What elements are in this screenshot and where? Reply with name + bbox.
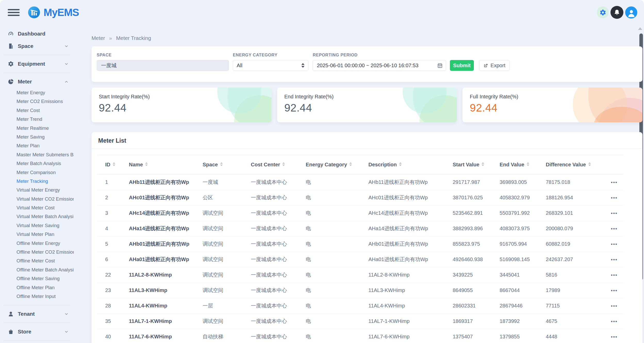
- row-actions-button[interactable]: •••: [611, 319, 618, 324]
- row-actions-button[interactable]: •••: [611, 195, 618, 200]
- column-sort-id[interactable]: ID: [105, 162, 115, 167]
- sidebar-subitem[interactable]: Meter Batch Analysis: [0, 159, 74, 168]
- cell-name: AHc14进线柜正向有功Wp: [129, 205, 203, 221]
- cell-energy-category: 电: [306, 329, 368, 343]
- stat-value: 92.44: [99, 102, 271, 114]
- cell-space: 调试空间: [203, 221, 251, 236]
- sidebar-item[interactable]: Dashboard: [0, 28, 74, 40]
- brand-logo[interactable]: MyEMS: [28, 6, 79, 19]
- column-sort-description[interactable]: Description: [368, 162, 402, 167]
- cell-id: 3: [97, 205, 129, 221]
- row-actions-button[interactable]: •••: [611, 303, 618, 308]
- sidebar-subitem[interactable]: Meter Saving: [0, 133, 74, 141]
- sidebar-item[interactable]: Tenant: [0, 308, 74, 320]
- cell-description: AHc14进线柜正向有功Wp: [368, 205, 453, 221]
- cell-description: AHc01进线柜正向有功Wp: [368, 190, 453, 205]
- cell-cost-center: 一度城成本中心: [251, 175, 306, 190]
- cell-end-value: 916705.994: [500, 236, 546, 252]
- cell-energy-category: 电: [306, 205, 368, 221]
- sidebar-subitem[interactable]: Meter Trend: [0, 115, 74, 124]
- sidebar-subitem[interactable]: Meter Plan: [0, 141, 74, 150]
- submit-button[interactable]: Submit: [450, 60, 474, 71]
- sidebar-subitem[interactable]: Meter CO2 Emissions: [0, 97, 74, 106]
- sidebar-item[interactable]: Meter: [0, 75, 74, 88]
- sidebar-subitem[interactable]: Virtual Meter Energy: [0, 186, 74, 194]
- column-sort-space[interactable]: Space: [203, 162, 223, 167]
- sidebar-subitem[interactable]: Offline Meter Cost: [0, 256, 74, 265]
- sidebar-subitem[interactable]: Offline Meter Batch Analysis: [0, 265, 74, 274]
- column-sort-start-value[interactable]: Start Value: [453, 162, 484, 167]
- cell-name: 11AL3-KWHimp: [129, 283, 203, 298]
- sidebar-subitem[interactable]: Meter Cost: [0, 106, 74, 115]
- sidebar-item[interactable]: Equipment: [0, 58, 74, 70]
- sidebar-subitem[interactable]: Virtual Meter Cost: [0, 203, 74, 212]
- cell-energy-category: 电: [306, 175, 368, 190]
- cell-name: AHa01进线柜正向有功Wp: [129, 252, 203, 267]
- sidebar-item[interactable]: Space: [0, 40, 74, 52]
- row-actions-button[interactable]: •••: [611, 226, 618, 231]
- sidebar-subitem[interactable]: Meter Realtime: [0, 124, 74, 133]
- gear-icon: [8, 61, 14, 67]
- row-actions-button[interactable]: •••: [611, 257, 618, 262]
- cell-difference-value: 60882.019: [546, 236, 605, 252]
- sidebar-item-label: Space: [18, 43, 33, 49]
- sidebar-subitem[interactable]: Virtual Meter Plan: [0, 230, 74, 239]
- row-actions-button[interactable]: •••: [611, 288, 618, 293]
- cell-energy-category: 电: [306, 267, 368, 283]
- sidebar-subitem[interactable]: Offline Meter Input: [0, 292, 74, 301]
- cell-description: 11AL7-1-KWHimp: [368, 314, 453, 329]
- chevron-down-icon: [64, 62, 69, 66]
- sidebar-subitem-active[interactable]: Meter Tracking: [0, 177, 74, 186]
- user-avatar[interactable]: [625, 6, 637, 19]
- export-button[interactable]: Export: [479, 60, 510, 71]
- sidebar-subitem[interactable]: Virtual Meter CO2 Emissions: [0, 195, 74, 203]
- cell-space: 公区: [203, 190, 251, 205]
- column-sort-energy-category[interactable]: Energy Category: [306, 162, 352, 167]
- sidebar-subitem[interactable]: Offline Meter Plan: [0, 283, 74, 292]
- cell-cost-center: 一度城成本中心: [251, 221, 306, 236]
- column-sort-cost-center[interactable]: Cost Center: [251, 162, 285, 167]
- energy-category-select[interactable]: All: [233, 60, 308, 71]
- row-actions-button[interactable]: •••: [611, 272, 618, 278]
- cell-cost-center: 一度城成本中心: [251, 205, 306, 221]
- energy-category-label: ENERGY CATEGORY: [233, 53, 308, 57]
- stat-label: End Integrity Rate(%): [284, 94, 457, 100]
- app-window: MyEMS Dashboard Space Eq: [0, 0, 644, 343]
- gauge-icon: [8, 31, 14, 37]
- sidebar-subitem[interactable]: Offline Meter Energy: [0, 239, 74, 248]
- space-input[interactable]: 一度城: [97, 60, 229, 71]
- column-sort-difference-value[interactable]: Difference Value: [546, 162, 591, 167]
- sidebar-divider: [4, 55, 70, 55]
- sidebar-subitem[interactable]: Virtual Meter Batch Analysis: [0, 212, 74, 221]
- sidebar-subitem[interactable]: Meter Energy: [0, 88, 74, 97]
- sidebar-subitem[interactable]: Offline Meter CO2 Emissions: [0, 248, 74, 256]
- breadcrumb-meter-tracking[interactable]: Meter Tracking: [116, 35, 151, 41]
- row-actions-button[interactable]: •••: [611, 241, 618, 247]
- calendar-icon[interactable]: [437, 63, 443, 68]
- settings-gear-icon[interactable]: [597, 6, 609, 18]
- reporting-period-input[interactable]: 2025-06-01 00:00:00 ~ 2025-06-10 16:07:5…: [313, 60, 446, 71]
- breadcrumb-meter[interactable]: Meter: [92, 35, 105, 41]
- cell-id: 4: [97, 221, 129, 236]
- hamburger-menu-icon[interactable]: [8, 7, 20, 18]
- cell-cost-center: 一度城成本中心: [251, 298, 306, 314]
- cell-description: 11AL2-8-KWHimp: [368, 267, 453, 283]
- cell-id: 35: [97, 314, 129, 329]
- column-sort-name[interactable]: Name: [129, 162, 148, 167]
- cell-cost-center: 一度城成本中心: [251, 329, 306, 343]
- sidebar-subitem[interactable]: Virtual Meter Saving: [0, 221, 74, 230]
- sidebar-subitem[interactable]: Meter Comparison: [0, 168, 74, 177]
- cell-start-value: 855823.975: [453, 236, 500, 252]
- table-body: 1AHb11进线柜正向有功Wp一度城一度城成本中心电AHb11进线柜正向有功Wp…: [97, 175, 623, 343]
- cell-energy-category: 电: [306, 298, 368, 314]
- cell-id: 6: [97, 252, 129, 267]
- sidebar-item[interactable]: Store: [0, 325, 74, 338]
- row-actions-button[interactable]: •••: [611, 334, 618, 339]
- sidebar-subitem[interactable]: Offline Meter Saving: [0, 274, 74, 283]
- row-actions-button[interactable]: •••: [611, 179, 618, 185]
- notifications-bell-icon[interactable]: [610, 6, 623, 19]
- row-actions-button[interactable]: •••: [611, 210, 618, 216]
- brand-name: MyEMS: [44, 7, 79, 18]
- column-sort-end-value[interactable]: End Value: [500, 162, 529, 167]
- sidebar-subitem[interactable]: Master Meter Submeters Balance: [0, 150, 74, 159]
